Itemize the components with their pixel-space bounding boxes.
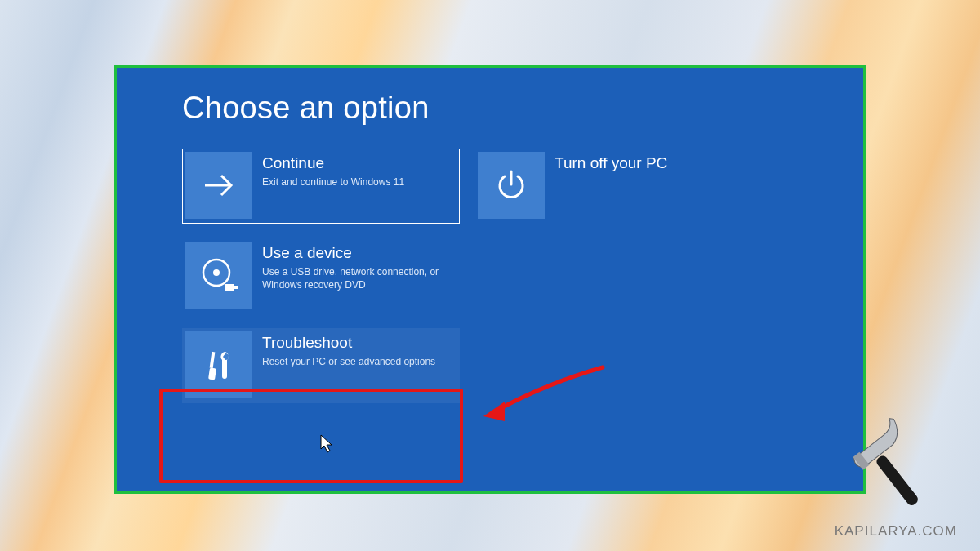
tools-icon bbox=[185, 331, 252, 398]
svg-rect-4 bbox=[225, 284, 234, 291]
watermark-text: KAPILARYA.COM bbox=[835, 523, 957, 540]
recovery-panel: Choose an option Continue Exit and conti… bbox=[114, 65, 866, 494]
usedevice-desc: Use a USB drive, network connection, or … bbox=[262, 265, 442, 291]
power-icon bbox=[478, 152, 545, 219]
disc-usb-icon bbox=[185, 242, 252, 309]
usedevice-tile[interactable]: Use a device Use a USB drive, network co… bbox=[182, 238, 460, 313]
svg-rect-5 bbox=[234, 286, 238, 289]
options-grid: Continue Exit and continue to Windows 11… bbox=[182, 149, 818, 407]
continue-title: Continue bbox=[262, 155, 404, 172]
troubleshoot-desc: Reset your PC or see advanced options bbox=[262, 355, 435, 368]
continue-desc: Exit and continue to Windows 11 bbox=[262, 176, 404, 189]
usedevice-title: Use a device bbox=[262, 245, 442, 262]
continue-tile[interactable]: Continue Exit and continue to Windows 11 bbox=[182, 149, 460, 224]
troubleshoot-tile[interactable]: Troubleshoot Reset your PC or see advanc… bbox=[182, 328, 460, 403]
arrow-right-icon bbox=[185, 152, 252, 219]
page-title: Choose an option bbox=[182, 91, 818, 126]
svg-rect-6 bbox=[210, 352, 216, 368]
troubleshoot-title: Troubleshoot bbox=[262, 335, 435, 352]
turnoff-tile[interactable]: Turn off your PC bbox=[474, 149, 752, 224]
svg-rect-10 bbox=[875, 454, 920, 507]
turnoff-title: Turn off your PC bbox=[555, 155, 667, 172]
svg-point-3 bbox=[213, 269, 220, 276]
svg-rect-7 bbox=[208, 368, 216, 380]
